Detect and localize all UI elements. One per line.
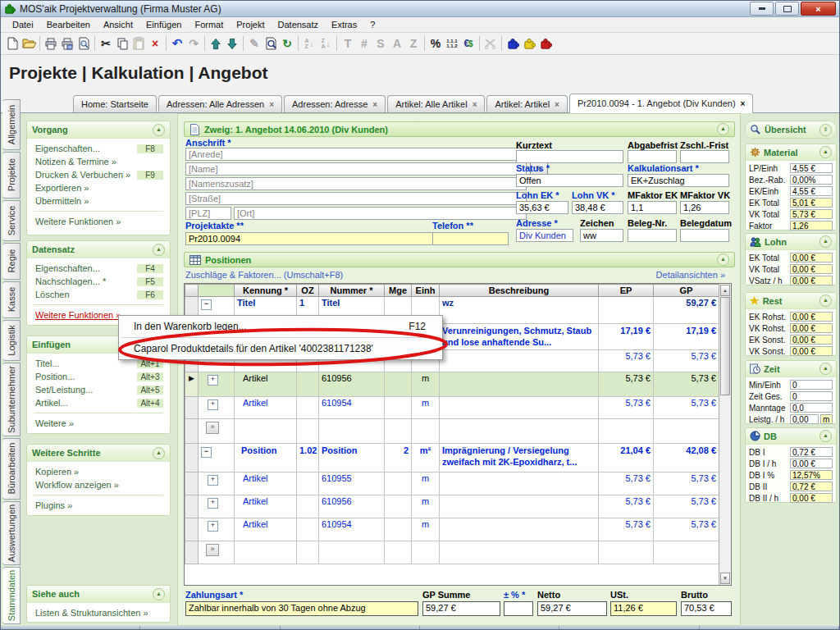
sidebar-item-uebermitteln[interactable]: Übermitteln »	[27, 194, 170, 208]
number-view-icon[interactable]: #	[356, 35, 372, 52]
stat-value[interactable]: 0,00 €	[790, 335, 833, 345]
panel-siehe-auch-header[interactable]: Siehe auch▲	[27, 586, 170, 603]
strasse-field[interactable]: [Straße]	[185, 192, 527, 205]
stat-value[interactable]: 0,00 €	[790, 323, 833, 333]
col-oz[interactable]: OZ	[297, 285, 319, 297]
stat-value[interactable]: 0,72 €	[790, 447, 833, 457]
tab-alle-artikel[interactable]: Artikel: Alle Artikel×	[387, 95, 485, 112]
insert-row-icon[interactable]: »	[206, 422, 219, 434]
stat-value[interactable]: 0,00 €	[790, 346, 833, 356]
plugin-red-icon[interactable]	[537, 35, 554, 52]
ort-field[interactable]: [Ort]	[234, 207, 527, 220]
tab-home-startseite[interactable]: Home: Startseite	[73, 95, 157, 112]
menu-item-warenkorb[interactable]: In den Warenkorb legen...F12	[119, 316, 442, 337]
sidebar-item-exportieren[interactable]: Exportieren »	[27, 181, 170, 194]
lohn-ek-field[interactable]: 35,63 €	[516, 201, 568, 214]
tab-close-icon[interactable]: ×	[555, 100, 559, 109]
stat-value[interactable]: 0,00 €	[790, 276, 833, 285]
stat-value[interactable]: 0,00 €	[790, 253, 833, 262]
col-ep[interactable]: EP	[599, 285, 654, 297]
stat-value[interactable]: 5,73 €	[790, 209, 833, 219]
menu-format[interactable]: Format	[188, 18, 230, 31]
tree-expand-icon[interactable]: +	[208, 475, 218, 486]
stat-value[interactable]: 0,0	[790, 403, 833, 413]
panel-rest-header[interactable]: ★ Rest▲	[746, 293, 836, 309]
z-view-icon[interactable]: Z	[405, 35, 422, 52]
sidebar-item-kopieren[interactable]: Kopieren »	[27, 465, 170, 478]
print-form-icon[interactable]	[59, 35, 75, 52]
stat-value[interactable]: 0,00 €	[790, 493, 833, 503]
vtab-stammdaten[interactable]: Stammdaten	[2, 567, 21, 624]
menu-ansicht[interactable]: Ansicht	[97, 18, 139, 31]
collapse-icon[interactable]: ▲	[153, 588, 165, 600]
namenszusatz-field[interactable]: [Namenszusatz]	[185, 177, 527, 190]
menu-einfuegen[interactable]: Einfügen	[139, 18, 188, 31]
stat-value[interactable]: 5,01 €	[790, 198, 833, 208]
text-view-icon[interactable]: T	[340, 35, 356, 52]
tree-expand-icon[interactable]: +	[208, 375, 218, 386]
vertical-scrollbar[interactable]: ▲ ▼	[719, 284, 731, 585]
move-down-icon[interactable]	[224, 35, 240, 52]
open-folder-icon[interactable]	[21, 35, 37, 52]
stat-value[interactable]: 0	[790, 380, 833, 390]
menu-bearbeiten[interactable]: Bearbeiten	[40, 18, 97, 31]
stat-value[interactable]: 4,55 €	[790, 163, 833, 173]
print-preview-icon[interactable]	[75, 35, 92, 52]
sidebar-item-nachschlagen[interactable]: Nachschlagen... *F5	[27, 275, 170, 288]
adresse-field[interactable]: Div Kunden	[516, 229, 573, 242]
vtab-bueroarbeiten[interactable]: Büroarbeiten	[2, 438, 21, 500]
cut-icon[interactable]: ✂	[98, 35, 114, 52]
sidebar-item-artikel[interactable]: Artikel...Alt+4	[27, 396, 170, 409]
tab-angebot-active[interactable]: Pr2010.0094 - 1. Angebot (Div Kunden)×	[569, 94, 753, 113]
kurztext-field[interactable]	[516, 150, 623, 163]
vtab-auswertungen[interactable]: Auswertungen	[2, 501, 21, 565]
edit-pencil-icon[interactable]: ✎	[246, 35, 262, 52]
netto-field[interactable]: 59,27 €	[537, 601, 607, 616]
sidebar-item-weitere-funktionen-vorgang[interactable]: Weitere Funktionen »	[27, 215, 170, 228]
sidebar-item-eigenschaften[interactable]: Eigenschaften...F8	[27, 142, 170, 155]
panel-datensatz-header[interactable]: Datensatz▲	[27, 241, 170, 258]
kalkulationsart-field[interactable]: EK+Zuschlag	[628, 174, 729, 187]
insert-row-icon[interactable]: »	[206, 544, 219, 556]
beleg-nr-field[interactable]	[628, 229, 677, 242]
zeichen-field[interactable]: ww	[580, 229, 623, 242]
sidebar-item-set-leistung[interactable]: Set/Leistung...Alt+5	[27, 383, 170, 396]
tab-close-icon[interactable]: ×	[741, 99, 746, 108]
lohn-vk-field[interactable]: 38,48 €	[572, 201, 623, 214]
sidebar-item-workflow-anzeigen[interactable]: Workflow anzeigen »	[27, 478, 170, 491]
stat-value[interactable]: 0,00 €	[790, 312, 833, 322]
maximize-button[interactable]	[775, 2, 799, 16]
collapse-icon[interactable]: ▲	[819, 235, 832, 248]
tab-close-icon[interactable]: ×	[269, 100, 274, 109]
collapse-icon[interactable]: ▲	[153, 124, 165, 136]
col-gp[interactable]: GP	[654, 285, 719, 297]
outline-numbering-icon[interactable]: 1.1.11.1.2	[444, 35, 460, 52]
menu-help[interactable]: ?	[363, 18, 381, 31]
detailansichten-link[interactable]: Detailansichten »	[656, 270, 725, 280]
vtab-kasse[interactable]: Kasse	[2, 281, 21, 318]
plz-field[interactable]: [PLZ]	[185, 207, 231, 220]
tree-expand-icon[interactable]: +	[208, 399, 218, 410]
tab-close-icon[interactable]: ×	[372, 100, 377, 109]
sidebar-item-listen-strukturansichten[interactable]: Listen & Strukturansichten »	[27, 606, 170, 619]
vtab-regie[interactable]: Regie	[2, 243, 21, 280]
plusminus-field[interactable]	[504, 601, 533, 616]
tab-artikel[interactable]: Artikel: Artikel×	[486, 95, 567, 112]
menu-extras[interactable]: Extras	[325, 18, 363, 31]
undo-icon[interactable]: ↶	[169, 35, 185, 52]
stat-value[interactable]: 0	[790, 391, 833, 401]
move-up-icon[interactable]	[208, 35, 224, 52]
sidebar-item-position[interactable]: Position...Alt+3	[27, 370, 170, 383]
menu-datensatz[interactable]: Datensatz	[272, 18, 326, 31]
redo-icon[interactable]: ↷	[185, 35, 202, 52]
collapse-icon[interactable]: ▲	[153, 447, 165, 459]
panel-material-header[interactable]: Material▲	[746, 144, 836, 161]
copy-icon[interactable]	[114, 35, 130, 52]
sort-ascending-icon[interactable]: AZ↓	[301, 35, 317, 52]
minimize-button[interactable]	[750, 2, 774, 16]
telefon-field[interactable]	[432, 232, 509, 245]
scroll-up-icon[interactable]: ▲	[720, 285, 730, 296]
tab-adresse[interactable]: Adressen: Adresse×	[284, 95, 386, 112]
col-nummer[interactable]: Nummer *	[319, 285, 385, 297]
ust-field[interactable]: 11,26 €	[610, 601, 677, 616]
